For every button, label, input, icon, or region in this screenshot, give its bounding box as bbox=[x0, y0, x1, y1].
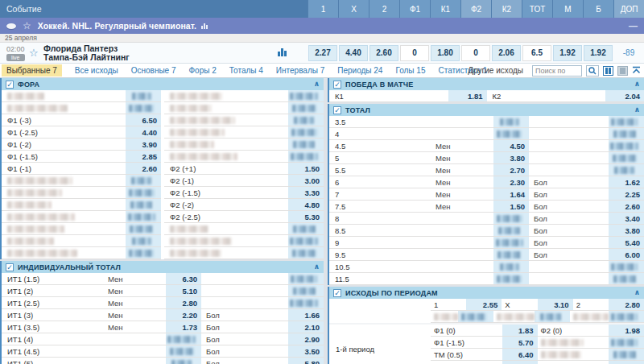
event-odds-cell[interactable]: 0 bbox=[461, 45, 490, 61]
market-row[interactable] bbox=[164, 126, 324, 139]
odds-value[interactable]: 5.10 bbox=[166, 285, 201, 296]
odds-value[interactable]: 3.80 bbox=[493, 152, 529, 163]
market-row[interactable] bbox=[164, 223, 324, 235]
odds-value[interactable]: 1.50 bbox=[288, 163, 324, 174]
market-row[interactable]: Ф2 (-1.5)3.30 bbox=[164, 187, 324, 199]
tab-тоталы-4[interactable]: Тоталы 4 bbox=[229, 66, 263, 75]
market-row[interactable] bbox=[164, 90, 324, 102]
odds-value[interactable]: 3.10 bbox=[538, 299, 573, 310]
event-odds-cell[interactable]: 0 bbox=[400, 45, 429, 61]
odds-value[interactable]: 2.85 bbox=[126, 151, 161, 162]
odds-value[interactable]: 2.60 bbox=[126, 163, 161, 174]
market-row[interactable]: ИТ1 (2)Мен5.10 bbox=[2, 285, 324, 297]
market-row[interactable]: 3.5 bbox=[329, 116, 644, 128]
search-input[interactable] bbox=[532, 65, 582, 77]
tab-периоды-24[interactable]: Периоды 24 bbox=[337, 66, 382, 75]
column-header-1[interactable]: 1 bbox=[308, 0, 338, 18]
market-row[interactable] bbox=[2, 175, 161, 187]
collapse-section-icon[interactable]: ∧ bbox=[634, 289, 640, 296]
odds-value[interactable]: 2.04 bbox=[605, 90, 644, 101]
odds-value[interactable]: 5.40 bbox=[609, 237, 644, 248]
odds-value[interactable]: 3.00 bbox=[288, 175, 324, 186]
market-row[interactable] bbox=[2, 102, 161, 114]
favorite-star-icon[interactable]: ☆ bbox=[23, 21, 31, 31]
odds-value[interactable]: 6.00 bbox=[609, 249, 644, 260]
market-row[interactable]: ИТ1 (4)Бол2.90 bbox=[2, 333, 324, 345]
market-row[interactable]: ИТ1 (4.5)Бол3.50 bbox=[2, 345, 324, 358]
column-header-Б[interactable]: Б bbox=[583, 0, 613, 18]
two-column-view-icon[interactable] bbox=[603, 66, 613, 76]
column-header-2[interactable]: 2 bbox=[369, 0, 399, 18]
odds-value[interactable]: 4.80 bbox=[288, 199, 324, 210]
odds-value[interactable]: 1.83 bbox=[502, 325, 538, 336]
odds-value[interactable]: 4.40 bbox=[126, 126, 161, 138]
column-header-М[interactable]: М bbox=[552, 0, 583, 18]
collapse-all-icon[interactable] bbox=[632, 66, 641, 76]
market-row[interactable]: Ф1 (-2)3.90 bbox=[2, 139, 161, 151]
odds-value[interactable]: 2.70 bbox=[493, 164, 529, 176]
team-names[interactable]: Флорида Пантерз Тампа-Бэй Лайтнинг bbox=[43, 44, 130, 62]
collapse-section-icon[interactable]: ∧ bbox=[634, 106, 640, 114]
tab-выбранные-7[interactable]: Выбранные 7 bbox=[2, 64, 62, 77]
market-row[interactable] bbox=[2, 235, 161, 247]
market-row[interactable]: Ф1 (-1.5)5.70 bbox=[431, 337, 644, 349]
collapse-section-icon[interactable]: ∧ bbox=[314, 263, 320, 271]
odds-value[interactable]: 3.90 bbox=[126, 139, 161, 150]
market-row[interactable]: ИТ1 (2.5)Мен2.80 bbox=[2, 297, 324, 309]
market-row[interactable]: 4.5Мен4.50 bbox=[329, 140, 644, 152]
market-row[interactable] bbox=[2, 187, 161, 199]
market-row[interactable]: Ф2 (-2)4.80 bbox=[164, 199, 324, 211]
market-row[interactable] bbox=[2, 223, 161, 235]
event-odds-cell[interactable]: 4.40 bbox=[339, 45, 368, 61]
event-odds-cell[interactable]: 1.80 bbox=[431, 45, 460, 61]
odds-value[interactable]: 2.40 bbox=[502, 361, 538, 364]
period-match-row[interactable]: 12.55X3.1022.80 bbox=[431, 299, 644, 311]
odds-value[interactable]: 5.70 bbox=[502, 337, 538, 348]
column-header-К2[interactable]: К2 bbox=[491, 0, 522, 18]
odds-value[interactable]: 1.58 bbox=[609, 361, 644, 364]
market-row[interactable] bbox=[2, 199, 161, 211]
collapse-league-icon[interactable]: — bbox=[629, 21, 638, 31]
event-odds-cell[interactable]: 6.5 bbox=[522, 45, 551, 61]
event-odds-cell[interactable]: 2.06 bbox=[492, 45, 521, 61]
section-checkbox[interactable]: ✓ bbox=[333, 81, 341, 89]
tab-интервалы-7[interactable]: Интервалы 7 bbox=[276, 66, 324, 75]
event-odds-cell[interactable]: 2.60 bbox=[369, 45, 398, 61]
tab-голы-15[interactable]: Голы 15 bbox=[395, 66, 425, 75]
market-row[interactable]: 7.5Мен1.50Бол2.60 bbox=[329, 201, 644, 213]
favorite-star-icon[interactable]: ☆ bbox=[29, 48, 39, 58]
tab-основные-7[interactable]: Основные 7 bbox=[131, 66, 176, 75]
market-row[interactable] bbox=[164, 151, 324, 163]
search-icon[interactable] bbox=[586, 65, 599, 77]
column-header-Ф2[interactable]: Ф2 bbox=[460, 0, 491, 18]
event-row[interactable]: 02:00 live ☆ Флорида Пантерз Тампа-Бэй Л… bbox=[0, 43, 644, 64]
market-row[interactable]: 4 bbox=[329, 128, 644, 140]
market-row[interactable] bbox=[164, 102, 324, 114]
market-row[interactable]: Ф1 (0)1.83Ф2 (0)1.98 bbox=[431, 325, 644, 337]
section-checkbox[interactable]: ✓ bbox=[333, 106, 341, 114]
league-bar[interactable]: ☆ Хоккей. NHL. Регулярный чемпионат. — bbox=[0, 18, 644, 34]
odds-value[interactable]: 6.30 bbox=[166, 273, 201, 284]
market-row[interactable]: 8.5Бол3.80 bbox=[329, 225, 644, 237]
odds-value[interactable]: 3.30 bbox=[288, 187, 324, 198]
market-row[interactable] bbox=[164, 114, 324, 126]
odds-value[interactable]: 3.40 bbox=[609, 213, 644, 224]
odds-value[interactable]: 1.81 bbox=[448, 90, 487, 101]
market-row[interactable]: Ф1 (-1)2.60 bbox=[2, 163, 161, 175]
event-odds-cell[interactable]: 1.92 bbox=[584, 45, 613, 61]
market-row[interactable]: ИТ1 (5)Бол5.80 bbox=[2, 358, 324, 364]
tab-все-исходы[interactable]: Все исходы bbox=[75, 66, 118, 75]
odds-value[interactable]: 2.55 bbox=[466, 299, 502, 310]
column-header-К1[interactable]: К1 bbox=[430, 0, 460, 18]
column-header-Ф1[interactable]: Ф1 bbox=[399, 0, 430, 18]
market-row[interactable] bbox=[164, 247, 324, 259]
collapse-section-icon[interactable]: ∧ bbox=[314, 81, 320, 88]
odds-value[interactable]: 1.66 bbox=[288, 309, 324, 321]
collapse-section-icon[interactable]: ∧ bbox=[634, 81, 640, 88]
market-row[interactable]: 9.5Бол6.00 bbox=[329, 249, 644, 261]
market-row[interactable]: Ф2 (+1)1.50 bbox=[164, 163, 324, 175]
market-row[interactable]: Ф1 (-1.5)2.85 bbox=[2, 151, 161, 163]
market-row[interactable] bbox=[164, 235, 324, 247]
stats-chart-icon[interactable] bbox=[278, 48, 287, 56]
odds-value[interactable]: 6.50 bbox=[126, 114, 161, 126]
